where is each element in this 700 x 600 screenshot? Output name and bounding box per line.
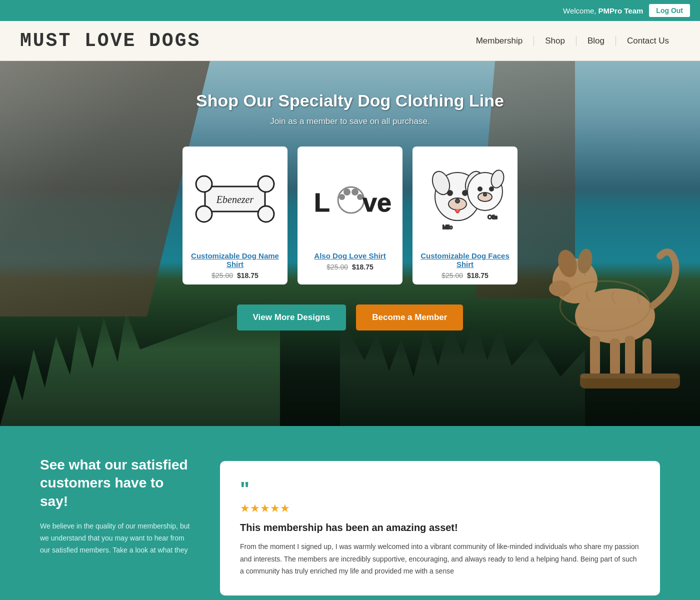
nav-contact[interactable]: Contact Us [616,36,680,46]
svg-point-15 [196,206,212,222]
product-title-1[interactable]: Customizable Dog Name Shirt [188,252,282,268]
header: MUST LOVE DOGS Membership Shop Blog Cont… [0,21,700,61]
product-title-3[interactable]: Customizable Dog Faces Shirt [418,252,512,268]
main-nav: Membership Shop Blog Contact Us [465,36,680,46]
original-price-3: $25.00 [442,272,463,280]
products-row: Ebenezer Customizable Dog Name Shirt $25… [0,146,700,284]
top-bar: Welcome, PMPro Team Log Out [0,0,700,21]
hero-section: Shop Our Specialty Dog Clothing Line Joi… [0,61,700,426]
logo: MUST LOVE DOGS [20,30,200,52]
product-title-2[interactable]: Also Dog Love Shirt [314,252,386,260]
product-card-2: L ve Also Dog Love Shirt $25.00 $18.75 [298,146,402,284]
hero-content: Shop Our Specialty Dog Clothing Line Joi… [0,91,700,330]
svg-text:Ebenezer: Ebenezer [216,194,254,205]
svg-point-30 [462,190,468,196]
product-card-1: Ebenezer Customizable Dog Name Shirt $25… [182,146,288,284]
review-title: This membership has been an amazing asse… [240,522,640,534]
product-image-2: L ve [302,152,398,246]
svg-rect-5 [590,336,600,376]
product-pricing-2: $25.00 $18.75 [326,263,374,271]
svg-point-37 [490,187,494,191]
svg-point-22 [339,194,345,200]
logout-button[interactable]: Log Out [649,4,690,17]
testimonial-heading: See what our satisfied customers have to… [40,456,190,510]
testimonial-description: We believe in the quality of our members… [40,520,190,556]
product-pricing-3: $25.00 $18.75 [442,272,488,280]
svg-point-21 [344,188,350,196]
svg-rect-6 [610,338,620,376]
svg-point-20 [338,187,364,213]
svg-rect-12 [580,374,680,378]
nav-membership[interactable]: Membership [465,36,534,46]
review-body: From the moment I signed up, I was warml… [240,540,640,578]
sale-price-1: $18.75 [237,272,258,280]
svg-point-23 [352,188,358,196]
svg-rect-8 [642,338,652,376]
svg-text:ve: ve [362,188,392,217]
star-rating: ★★★★★ [240,502,640,515]
svg-point-32 [456,199,460,203]
become-member-button[interactable]: Become a Member [356,304,463,330]
nav-shop[interactable]: Shop [534,36,576,46]
original-price-1: $25.00 [212,272,233,280]
svg-point-36 [478,187,482,191]
product-pricing-1: $25.00 $18.75 [212,272,258,280]
view-more-button[interactable]: View More Designs [237,304,346,330]
nav-blog[interactable]: Blog [576,36,616,46]
user-name: PMPro Team [598,6,644,15]
svg-point-16 [258,176,274,192]
svg-point-29 [448,190,452,196]
svg-point-39 [484,193,486,196]
cta-buttons: View More Designs Become a Member [0,304,700,330]
svg-rect-7 [625,336,635,376]
testimonial-left: See what our satisfied customers have to… [40,456,190,556]
welcome-text: Welcome, PMPro Team [563,6,643,15]
original-price-2: $25.00 [326,263,348,271]
product-image-1: Ebenezer [188,152,282,246]
quote-mark: " [240,479,640,499]
hero-title: Shop Our Specialty Dog Clothing Line [0,91,700,110]
svg-point-14 [196,176,212,192]
product-image-3: Milo Otis [418,152,512,246]
svg-point-17 [258,206,274,222]
product-card-3: Milo Otis [412,146,518,284]
svg-text:Otis: Otis [488,214,498,220]
svg-text:Milo: Milo [442,224,452,230]
testimonial-card: " ★★★★★ This membership has been an amaz… [220,461,660,596]
sale-price-3: $18.75 [467,272,488,280]
testimonial-section: See what our satisfied customers have to… [0,426,700,600]
hero-subtitle: Join as a member to save on all purchase… [0,116,700,126]
svg-text:L: L [314,188,330,217]
sale-price-2: $18.75 [352,263,374,271]
